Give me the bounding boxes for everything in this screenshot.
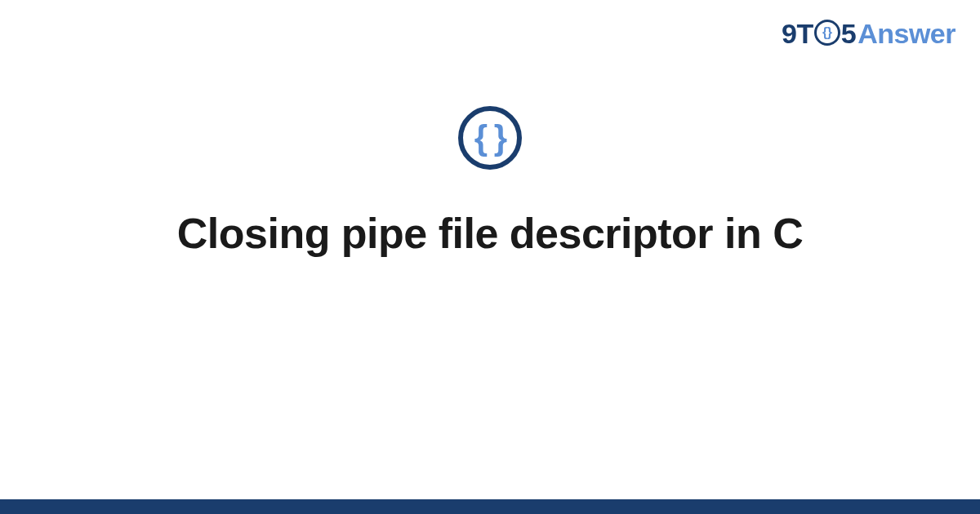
main-content: { } Closing pipe file descriptor in C — [0, 106, 980, 258]
site-logo[interactable]: 9T {} 5 Answer — [782, 18, 956, 50]
braces-glyph: { } — [474, 121, 506, 155]
logo-middle: 5 — [841, 18, 856, 50]
page-title: Closing pipe file descriptor in C — [145, 209, 835, 258]
code-braces-icon: { } — [458, 106, 522, 170]
logo-suffix: Answer — [858, 18, 956, 50]
logo-clock-icon: {} — [814, 20, 840, 46]
footer-bar — [0, 499, 980, 514]
logo-prefix: 9T — [782, 18, 813, 50]
logo-clock-inner: {} — [822, 26, 831, 39]
